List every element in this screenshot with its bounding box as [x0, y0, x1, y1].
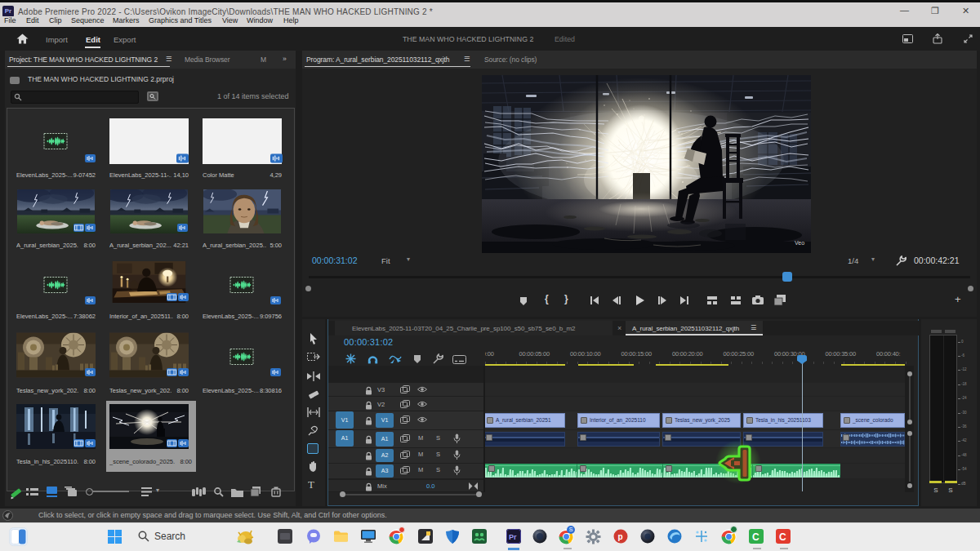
svg-text:p: p [618, 532, 623, 541]
svg-text:T: T [308, 479, 314, 490]
svg-text:Veo: Veo [795, 240, 804, 246]
svg-text:C: C [779, 531, 786, 543]
svg-text:Pr: Pr [509, 533, 517, 541]
svg-text:C: C [752, 531, 760, 543]
